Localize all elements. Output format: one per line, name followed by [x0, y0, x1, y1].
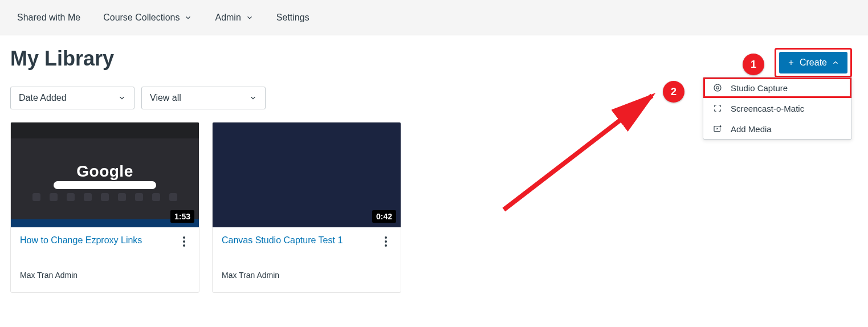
content: My Library Date Added View all Google 1:… [0, 35, 868, 293]
chevron-down-icon [249, 94, 257, 102]
nav-collections-label: Course Collections [103, 13, 180, 23]
nav-settings-label: Settings [276, 13, 309, 23]
annotation-step-2: 2 [663, 81, 684, 103]
dropdown-item-label: Screencast-o-Matic [731, 104, 804, 113]
nav-shared-label: Shared with Me [17, 13, 80, 23]
chevron-down-icon [184, 14, 192, 22]
media-card[interactable]: 0:42 Canvas Studio Capture Test 1 Max Tr… [212, 122, 401, 293]
plus-icon [787, 59, 795, 67]
svg-point-1 [716, 87, 719, 89]
media-title-link[interactable]: How to Change Ezproxy Links [20, 235, 142, 246]
sort-select-label: Date Added [19, 93, 67, 103]
screencast-icon [712, 103, 723, 113]
dropdown-item-add-media[interactable]: Add Media [703, 118, 851, 139]
card-body: How to Change Ezproxy Links Max Tran Adm… [11, 227, 199, 292]
dropdown-item-screencast[interactable]: Screencast-o-Matic [703, 98, 851, 118]
view-select-label: View all [150, 93, 181, 103]
record-icon [712, 83, 723, 93]
annotation-step-1: 1 [743, 54, 764, 75]
media-author: Max Tran Admin [20, 271, 190, 280]
nav-admin[interactable]: Admin [215, 13, 253, 23]
duration-badge: 0:42 [372, 210, 396, 223]
kebab-menu-button[interactable] [178, 235, 190, 247]
media-card[interactable]: Google 1:53 How to Change Ezproxy Links … [10, 122, 199, 293]
media-thumbnail: Google 1:53 [11, 122, 199, 227]
nav-admin-label: Admin [215, 13, 241, 23]
create-button-label: Create [800, 58, 827, 68]
kebab-menu-button[interactable] [380, 235, 392, 247]
nav-collections[interactable]: Course Collections [103, 13, 192, 23]
card-body: Canvas Studio Capture Test 1 Max Tran Ad… [213, 227, 401, 292]
cards: Google 1:53 How to Change Ezproxy Links … [10, 122, 851, 293]
sort-select[interactable]: Date Added [10, 87, 135, 109]
chevron-down-icon [246, 14, 254, 22]
view-select[interactable]: View all [141, 87, 266, 109]
chevron-down-icon [118, 94, 126, 102]
media-title-link[interactable]: Canvas Studio Capture Test 1 [222, 235, 343, 246]
chevron-up-icon [832, 59, 840, 67]
dropdown-item-label: Add Media [731, 124, 772, 134]
add-media-icon [712, 124, 723, 134]
media-thumbnail: 0:42 [213, 122, 401, 227]
nav-shared[interactable]: Shared with Me [17, 13, 80, 23]
nav-settings[interactable]: Settings [276, 13, 309, 23]
create-dropdown: Studio Capture Screencast-o-Matic Add Me… [703, 77, 852, 140]
page-title: My Library [10, 47, 851, 71]
top-nav: Shared with Me Course Collections Admin … [0, 0, 868, 35]
duration-badge: 1:53 [170, 210, 194, 223]
dropdown-item-label: Studio Capture [731, 83, 788, 93]
create-button[interactable]: Create [779, 52, 847, 73]
dropdown-item-studio-capture[interactable]: Studio Capture [703, 77, 851, 98]
media-author: Max Tran Admin [222, 271, 392, 280]
svg-point-0 [714, 84, 721, 91]
